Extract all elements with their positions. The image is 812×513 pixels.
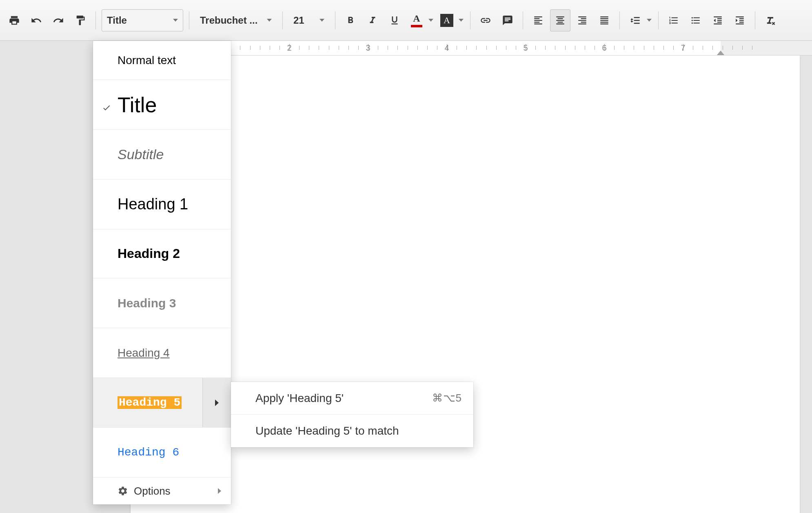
chevron-down-icon [267, 19, 272, 22]
apply-heading5[interactable]: Apply 'Heading 5' ⌘⌥5 [231, 382, 473, 415]
font-combo-label: Trebuchet ... [200, 15, 257, 26]
horizontal-ruler[interactable]: 1234567 [131, 41, 812, 56]
style-heading-2[interactable]: Heading 2 [93, 229, 231, 278]
gear-icon [118, 486, 128, 496]
keyboard-shortcut: ⌘⌥5 [432, 392, 462, 404]
update-heading5-to-match[interactable]: Update 'Heading 5' to match [231, 415, 473, 447]
separator [282, 11, 283, 29]
ruler-number: 6 [602, 43, 606, 53]
style-label: Heading 1 [118, 195, 188, 213]
add-comment-button[interactable] [497, 9, 518, 31]
numbered-list-button[interactable] [663, 9, 684, 31]
insert-link-button[interactable] [475, 9, 496, 31]
styles-combo-label: Title [107, 15, 127, 26]
style-heading-6[interactable]: Heading 6 [93, 428, 231, 477]
increase-indent-button[interactable] [730, 9, 750, 31]
chevron-down-icon[interactable] [428, 19, 433, 22]
submenu-label: Update 'Heading 5' to match [255, 424, 399, 437]
italic-button[interactable] [362, 9, 383, 31]
submenu-arrow-icon[interactable] [202, 378, 231, 427]
line-spacing-button[interactable] [625, 9, 645, 31]
bold-button[interactable] [340, 9, 361, 31]
separator [658, 11, 659, 29]
style-title[interactable]: Title [93, 80, 231, 130]
separator [95, 11, 96, 29]
style-heading-5[interactable]: Heading 5 [93, 378, 231, 428]
toolbar: Title Trebuchet ... 21 A A [0, 0, 812, 41]
align-right-button[interactable] [572, 9, 592, 31]
ruler-number: 2 [287, 43, 291, 53]
style-label: Heading 3 [118, 296, 176, 310]
bulleted-list-button[interactable] [686, 9, 706, 31]
text-color-swatch [411, 25, 422, 27]
align-justify-button[interactable] [594, 9, 615, 31]
ruler-number: 5 [523, 43, 528, 53]
check-icon [102, 93, 111, 117]
redo-button[interactable] [48, 9, 69, 31]
text-color-button[interactable]: A [406, 9, 427, 31]
highlight-color-button[interactable]: A [437, 9, 457, 31]
chevron-down-icon [319, 19, 324, 22]
style-normal-text[interactable]: Normal text [93, 41, 231, 80]
font-family-combo[interactable]: Trebuchet ... [195, 9, 277, 31]
paint-format-button[interactable] [70, 9, 91, 31]
size-combo-label: 21 [293, 15, 304, 26]
separator [523, 11, 523, 29]
clear-formatting-button[interactable] [760, 9, 781, 31]
style-heading-1[interactable]: Heading 1 [93, 180, 231, 229]
submenu-arrow-icon [218, 488, 221, 494]
decrease-indent-button[interactable] [708, 9, 728, 31]
style-subtitle[interactable]: Subtitle [93, 130, 231, 180]
ruler-number: 7 [681, 43, 685, 53]
chevron-down-icon[interactable] [459, 19, 464, 22]
ruler-number: 4 [444, 43, 449, 53]
undo-button[interactable] [26, 9, 47, 31]
options-label: Options [134, 485, 171, 497]
font-size-combo[interactable]: 21 [288, 9, 329, 31]
chevron-down-icon[interactable] [647, 19, 652, 22]
print-button[interactable] [4, 9, 24, 31]
style-label: Heading 6 [118, 446, 179, 459]
separator [470, 11, 470, 29]
separator [755, 11, 755, 29]
paragraph-styles-menu: Normal text Title Subtitle Heading 1 Hea… [93, 41, 231, 504]
submenu-label: Apply 'Heading 5' [255, 392, 344, 405]
heading5-submenu: Apply 'Heading 5' ⌘⌥5 Update 'Heading 5'… [231, 382, 473, 447]
align-left-button[interactable] [528, 9, 548, 31]
style-label: Heading 5 [118, 396, 182, 409]
style-label: Title [118, 93, 157, 117]
align-center-button[interactable] [550, 9, 570, 31]
style-label: Subtitle [118, 147, 164, 162]
style-label: Heading 2 [118, 246, 180, 261]
style-heading-3[interactable]: Heading 3 [93, 278, 231, 328]
chevron-down-icon [173, 19, 178, 22]
underline-button[interactable] [384, 9, 405, 31]
paragraph-styles-combo[interactable]: Title [102, 9, 183, 31]
ruler-number: 3 [366, 43, 370, 53]
style-heading-4[interactable]: Heading 4 [93, 328, 231, 378]
styles-options[interactable]: Options [93, 477, 231, 504]
style-label: Heading 4 [118, 346, 170, 360]
separator [335, 11, 335, 29]
style-label: Normal text [118, 54, 176, 67]
separator [189, 11, 189, 29]
separator [619, 11, 620, 29]
